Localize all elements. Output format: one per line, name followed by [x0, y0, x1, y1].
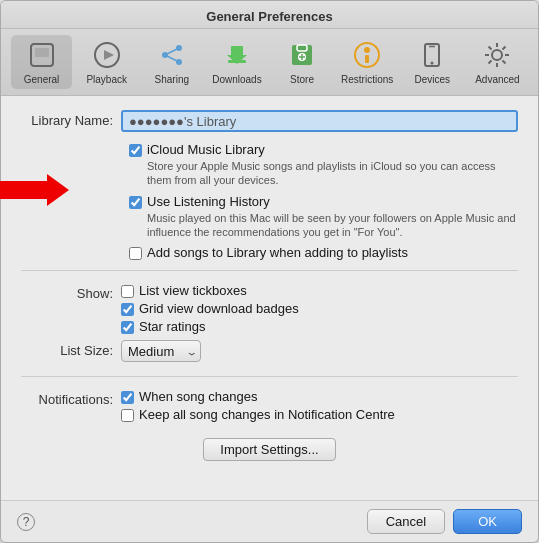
window-title: General Preferences [206, 9, 332, 24]
general-icon [26, 39, 58, 71]
svg-line-27 [489, 47, 492, 50]
svg-point-17 [364, 47, 370, 53]
toolbar-item-downloads[interactable]: Downloads [206, 35, 267, 89]
toolbar-item-store[interactable]: Store [272, 35, 333, 89]
bottom-right-buttons: Cancel OK [367, 509, 522, 534]
content-area: Library Name: iCloud Music Library Store… [1, 96, 538, 500]
star-ratings-row: Star ratings [121, 319, 518, 334]
list-size-select[interactable]: Small Medium Large [121, 340, 201, 362]
playback-icon [91, 39, 123, 71]
when-song-row: When song changes [121, 389, 518, 404]
keep-all-label: Keep all song changes in Notification Ce… [139, 407, 395, 422]
divider-2 [21, 376, 518, 377]
when-song-label: When song changes [139, 389, 258, 404]
cancel-button[interactable]: Cancel [367, 509, 445, 534]
icloud-music-row: iCloud Music Library [129, 142, 518, 157]
show-row: Show: List view tickboxes Grid view down… [21, 283, 518, 336]
icloud-music-checkbox[interactable] [129, 144, 142, 157]
star-ratings-checkbox[interactable] [121, 321, 134, 334]
notifications-label: Notifications: [21, 389, 121, 407]
svg-rect-18 [365, 55, 369, 63]
list-view-row: List view tickboxes [121, 283, 518, 298]
list-size-row: List Size: Small Medium Large [21, 340, 518, 362]
devices-icon [416, 39, 448, 71]
toolbar-item-restrictions[interactable]: Restrictions [337, 35, 398, 89]
keep-all-row: Keep all song changes in Notification Ce… [121, 407, 518, 422]
icloud-music-label: iCloud Music Library [147, 142, 265, 157]
grid-view-checkbox[interactable] [121, 303, 134, 316]
toolbar-item-playback[interactable]: Playback [76, 35, 137, 89]
toolbar-item-devices[interactable]: Devices [402, 35, 463, 89]
listening-history-desc: Music played on this Mac will be seen by… [147, 211, 518, 240]
when-song-checkbox[interactable] [121, 391, 134, 404]
toolbar-item-sharing[interactable]: Sharing [141, 35, 202, 89]
import-settings-button[interactable]: Import Settings... [203, 438, 335, 461]
listening-history-row: Use Listening History [129, 194, 518, 209]
listening-history-label: Use Listening History [147, 194, 270, 209]
toolbar-label-sharing: Sharing [155, 74, 189, 85]
keep-all-checkbox[interactable] [121, 409, 134, 422]
grid-view-label: Grid view download badges [139, 301, 299, 316]
library-name-content [121, 110, 518, 132]
title-bar: General Preferences [1, 1, 538, 29]
downloads-icon [221, 39, 253, 71]
toolbar-label-general: General [24, 74, 60, 85]
list-size-select-wrapper: Small Medium Large [121, 340, 201, 362]
add-songs-row: Add songs to Library when adding to play… [129, 245, 518, 260]
advanced-icon [481, 39, 513, 71]
toolbar-label-devices: Devices [415, 74, 451, 85]
list-view-label: List view tickboxes [139, 283, 247, 298]
bottom-bar: ? Cancel OK [1, 500, 538, 542]
grid-view-row: Grid view download badges [121, 301, 518, 316]
svg-line-30 [489, 61, 492, 64]
svg-line-29 [503, 47, 506, 50]
show-content: List view tickboxes Grid view download b… [121, 283, 518, 336]
divider-1 [21, 270, 518, 271]
notifications-row: Notifications: When song changes Keep al… [21, 389, 518, 424]
listening-history-checkbox[interactable] [129, 196, 142, 209]
toolbar-item-general[interactable]: General [11, 35, 72, 89]
preferences-window: General Preferences General Playback [0, 0, 539, 543]
list-size-content: Small Medium Large [121, 340, 518, 362]
library-name-label: Library Name: [21, 110, 121, 128]
sharing-icon [156, 39, 188, 71]
library-name-row: Library Name: [21, 110, 518, 132]
add-songs-label: Add songs to Library when adding to play… [147, 245, 408, 260]
ok-button[interactable]: OK [453, 509, 522, 534]
list-view-checkbox[interactable] [121, 285, 134, 298]
svg-marker-3 [104, 50, 114, 60]
toolbar-item-advanced[interactable]: Advanced [467, 35, 528, 89]
icloud-section: iCloud Music Library Store your Apple Mu… [129, 142, 518, 262]
toolbar-label-downloads: Downloads [212, 74, 261, 85]
svg-rect-1 [35, 48, 49, 57]
icloud-music-desc: Store your Apple Music songs and playlis… [147, 159, 518, 188]
toolbar: General Playback [1, 29, 538, 96]
show-section: Show: List view tickboxes Grid view down… [21, 283, 518, 368]
help-button[interactable]: ? [17, 513, 35, 531]
svg-point-20 [431, 62, 434, 65]
library-name-input[interactable] [121, 110, 518, 132]
svg-line-28 [503, 61, 506, 64]
toolbar-label-advanced: Advanced [475, 74, 519, 85]
add-songs-checkbox[interactable] [129, 247, 142, 260]
store-icon [286, 39, 318, 71]
show-label: Show: [21, 283, 121, 301]
svg-point-22 [492, 50, 502, 60]
notifications-content: When song changes Keep all song changes … [121, 389, 518, 424]
toolbar-label-restrictions: Restrictions [341, 74, 393, 85]
notifications-section: Notifications: When song changes Keep al… [21, 389, 518, 430]
list-size-label: List Size: [21, 340, 121, 358]
toolbar-label-playback: Playback [86, 74, 127, 85]
svg-line-7 [165, 48, 179, 55]
toolbar-label-store: Store [290, 74, 314, 85]
restrictions-icon [351, 39, 383, 71]
help-icon: ? [23, 515, 30, 529]
star-ratings-label: Star ratings [139, 319, 205, 334]
red-arrow [0, 174, 69, 206]
svg-line-8 [165, 55, 179, 62]
